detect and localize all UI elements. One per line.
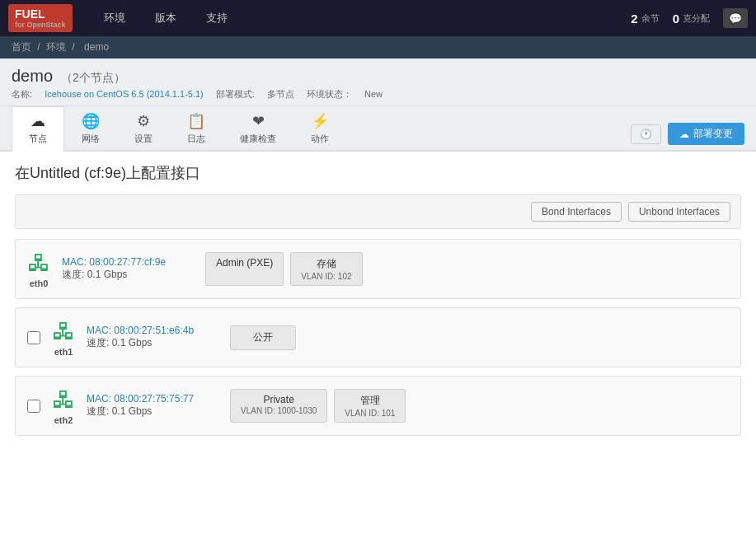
logo: FUEL for OpenStack xyxy=(8,4,73,32)
page-title: demo （2个节点） xyxy=(12,67,744,86)
breadcrumb-home[interactable]: 首页 xyxy=(12,41,31,53)
network-badge-management[interactable]: 管理 VLAN ID: 101 xyxy=(334,389,406,423)
tab-actions-bar: 🕐 ☁ 部署变更 xyxy=(631,123,744,150)
eth1-networks: 公开 xyxy=(230,325,296,350)
eth0-info: MAC: 08:00:27:77:cf:9e 速度: 0.1 Gbps xyxy=(62,256,194,282)
tab-settings-label: 设置 xyxy=(134,133,153,145)
messages-icon[interactable]: 💬 xyxy=(723,8,748,28)
section-title: 在Untitled (cf:9e)上配置接口 xyxy=(15,163,741,183)
network-badge-storage[interactable]: 存储 VLAN ID: 102 xyxy=(290,252,362,286)
bond-toolbar: Bond Interfaces Unbond Interfaces xyxy=(15,194,741,229)
nav-support[interactable]: 支持 xyxy=(191,0,242,36)
eth2-icon: 🖧 eth2 xyxy=(52,386,75,425)
network-badge-private[interactable]: Private VLAN ID: 1000-1030 xyxy=(230,389,327,423)
tab-logs[interactable]: 📋 日志 xyxy=(170,106,223,152)
settings-tab-icon: ⚙ xyxy=(137,112,150,130)
nav-versions[interactable]: 版本 xyxy=(140,0,191,36)
eth2-info: MAC: 08:00:27:75:75:77 速度: 0.1 Gbps xyxy=(87,393,218,419)
eth0-icon: 🖧 eth0 xyxy=(27,250,50,288)
logs-tab-icon: 📋 xyxy=(187,112,205,130)
deploy-button[interactable]: ☁ 部署变更 xyxy=(668,123,744,145)
tab-actions[interactable]: ⚡ 动作 xyxy=(293,106,346,152)
eth1-checkbox[interactable] xyxy=(27,331,40,344)
page-subtitle: 名称: Icehouse on CentOS 6.5 (2014.1.1-5.1… xyxy=(12,88,744,101)
tabs-bar: ☁ 节点 🌐 网络 ⚙ 设置 📋 日志 ❤ 健康检查 ⚡ 动作 🕐 ☁ 部署变更 xyxy=(0,106,756,152)
interface-card-eth1: 🖧 eth1 MAC: 08:00:27:51:e6:4b 速度: 0.1 Gb… xyxy=(15,307,741,367)
main-content: 在Untitled (cf:9e)上配置接口 Bond Interfaces U… xyxy=(0,152,756,552)
tab-network-label: 网络 xyxy=(82,133,100,145)
breadcrumb-env[interactable]: 环境 xyxy=(46,41,66,53)
tab-settings[interactable]: ⚙ 设置 xyxy=(117,106,170,152)
tab-actions-label: 动作 xyxy=(311,133,329,145)
tab-logs-label: 日志 xyxy=(187,133,205,145)
actions-tab-icon: ⚡ xyxy=(311,112,329,130)
health-tab-icon: ❤ xyxy=(252,112,265,130)
nodes-badge: 2 余节 xyxy=(631,12,659,26)
main-nav: 环境 版本 支持 xyxy=(89,0,242,36)
tab-nodes[interactable]: ☁ 节点 xyxy=(12,106,64,152)
nodes-tab-icon: ☁ xyxy=(31,112,45,130)
breadcrumb-current: demo xyxy=(84,41,109,53)
eth1-icon: 🖧 eth1 xyxy=(52,318,75,357)
nav-env[interactable]: 环境 xyxy=(89,0,140,36)
network-tab-icon: 🌐 xyxy=(82,112,100,130)
eth2-checkbox[interactable] xyxy=(27,400,40,413)
navbar-right: 2 余节 0 克分配 💬 xyxy=(631,8,748,28)
tab-health-label: 健康检查 xyxy=(240,133,276,145)
logo-text: FUEL for OpenStack xyxy=(8,4,73,32)
deploy-cloud-icon: ☁ xyxy=(679,129,689,140)
network-badge-public[interactable]: 公开 xyxy=(230,325,296,350)
network-badge-admin[interactable]: Admin (PXE) xyxy=(205,252,284,286)
history-button[interactable]: 🕐 xyxy=(631,124,661,144)
unbond-interfaces-button[interactable]: Unbond Interfaces xyxy=(628,202,730,222)
page-header: demo （2个节点） 名称: Icehouse on CentOS 6.5 (… xyxy=(0,58,756,106)
bond-interfaces-button[interactable]: Bond Interfaces xyxy=(531,202,622,222)
eth0-networks: Admin (PXE) 存储 VLAN ID: 102 xyxy=(205,252,363,286)
tab-nodes-label: 节点 xyxy=(29,133,47,145)
breadcrumb: 首页 / 环境 / demo xyxy=(0,36,756,58)
interface-card-eth2: 🖧 eth2 MAC: 08:00:27:75:75:77 速度: 0.1 Gb… xyxy=(15,376,741,436)
tab-network[interactable]: 🌐 网络 xyxy=(64,106,117,152)
tab-health[interactable]: ❤ 健康检查 xyxy=(223,106,293,152)
navbar: FUEL for OpenStack 环境 版本 支持 2 余节 0 克分配 💬 xyxy=(0,0,756,36)
eth2-networks: Private VLAN ID: 1000-1030 管理 VLAN ID: 1… xyxy=(230,389,406,423)
eth1-info: MAC: 08:00:27:51:e6:4b 速度: 0.1 Gbps xyxy=(87,325,218,350)
tasks-badge: 0 克分配 xyxy=(673,12,710,26)
interface-card-eth0: 🖧 eth0 MAC: 08:00:27:77:cf:9e 速度: 0.1 Gb… xyxy=(15,239,741,299)
